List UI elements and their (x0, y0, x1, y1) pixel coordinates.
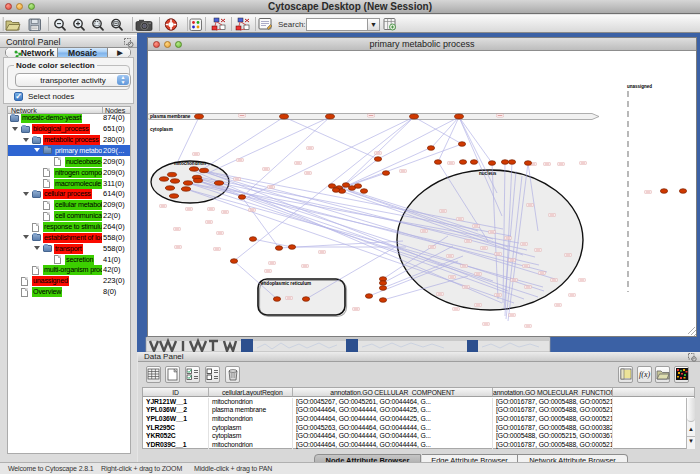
svg-text:f(x): f(x) (639, 370, 650, 379)
svg-text:unassigned: unassigned (627, 84, 652, 89)
svg-text:mitochondrion: mitochondrion (174, 161, 206, 166)
svg-text:endoplasmic reticulum: endoplasmic reticulum (261, 281, 311, 286)
svg-text:cytoplasm: cytoplasm (150, 127, 173, 132)
svg-text:plasma membrane: plasma membrane (150, 114, 191, 119)
